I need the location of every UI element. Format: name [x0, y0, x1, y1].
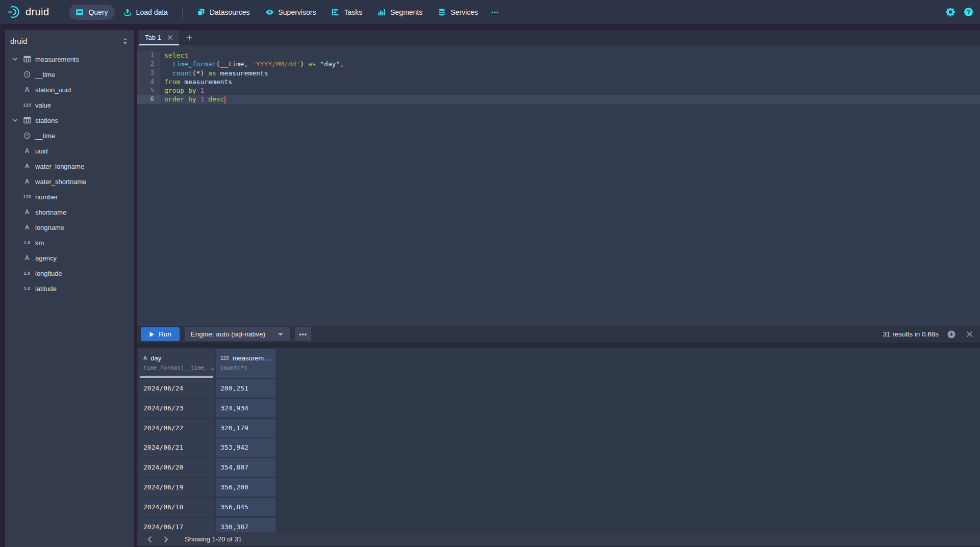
double-caret-icon [122, 38, 128, 45]
close-results-button[interactable] [966, 331, 973, 337]
nav-items: QueryLoad dataDatasourcesSupervisorsTask… [68, 5, 485, 20]
type-icon-holder: A [23, 163, 31, 170]
code-line-1[interactable]: select [137, 51, 980, 60]
tab-close-icon[interactable] [167, 35, 173, 40]
services-icon [438, 8, 446, 16]
chevron-down-icon[interactable] [12, 118, 19, 122]
number-type-icon: 123 [23, 194, 31, 199]
chevron-down-icon[interactable] [12, 57, 19, 61]
next-page-button[interactable] [159, 533, 172, 546]
column-item-agency[interactable]: Aagency [5, 250, 134, 266]
query-more-button[interactable]: ••• [295, 327, 311, 341]
cell-day[interactable]: 2024/06/23 [139, 399, 214, 418]
more-icon [491, 8, 499, 16]
column-item--time[interactable]: __time [5, 67, 134, 82]
logo-text: druid [26, 6, 49, 18]
schema-sidebar: druid measurements__timeAstation_uuid123… [5, 30, 134, 547]
results-table: A day time_format(__time, … 123 measurem… [139, 349, 275, 532]
column-item-longname[interactable]: Alongname [5, 220, 134, 235]
column-label: uuid [35, 147, 48, 155]
cell-day[interactable]: 2024/06/19 [139, 478, 214, 497]
segments-icon [378, 8, 386, 16]
column-item-water-shortname[interactable]: Awater_shortname [5, 174, 134, 189]
column-item-number[interactable]: 123number [5, 189, 134, 204]
nav-more-button[interactable] [486, 5, 504, 20]
add-tab-button[interactable] [186, 30, 193, 45]
table-row: 2024/06/17330,387 [139, 518, 275, 532]
nav-item-services[interactable]: Services [431, 5, 485, 20]
column-label: value [35, 101, 51, 109]
cell-measurements[interactable]: 353,942 [216, 438, 275, 457]
cell-day[interactable]: 2024/06/21 [139, 438, 214, 457]
column-item-longitude[interactable]: 1.0longitude [5, 266, 134, 281]
plus-icon [186, 34, 193, 41]
caret-down-icon [278, 332, 284, 336]
column-item-shortname[interactable]: Ashortname [5, 204, 134, 220]
results-pane: A day time_format(__time, … 123 measurem… [137, 348, 980, 532]
cell-day[interactable]: 2024/06/17 [139, 518, 214, 532]
schema-selector[interactable]: druid [5, 30, 134, 45]
column-expression: time_format(__time, … [143, 363, 214, 374]
cell-measurements[interactable]: 324,934 [216, 399, 275, 418]
nav-item-query[interactable]: Query [69, 5, 114, 20]
nav-item-datasources[interactable]: Datasources [190, 5, 257, 20]
tab-query-1[interactable]: Tab 1 [139, 30, 179, 45]
column-header-day[interactable]: A day time_format(__time, … [139, 349, 214, 378]
nav-item-segments[interactable]: Segments [371, 5, 429, 20]
line-number-gutter: 123456 [137, 51, 160, 104]
column-item-latitude[interactable]: 1.0latitude [5, 281, 134, 296]
druid-logo[interactable]: druid [7, 5, 49, 19]
column-item-value[interactable]: 123value [5, 97, 134, 113]
prev-page-button[interactable] [143, 533, 156, 546]
nav-item-label: Services [450, 8, 478, 16]
table-item-measurements[interactable]: measurements [5, 51, 134, 67]
supervisors-icon [265, 8, 274, 16]
column-header-measurements[interactable]: 123 measurem… count(*) [216, 349, 275, 378]
line-number: 1 [137, 51, 160, 60]
schema-name: druid [10, 37, 27, 45]
code-line-4[interactable]: from measurements [137, 77, 980, 86]
cell-day[interactable]: 2024/06/22 [139, 419, 214, 437]
cell-day[interactable]: 2024/06/18 [139, 498, 214, 516]
column-label: longitude [35, 270, 62, 277]
type-icon-holder [23, 71, 31, 78]
panel-splitter[interactable] [137, 343, 980, 348]
cell-measurements[interactable]: 356,200 [216, 478, 275, 497]
cell-day[interactable]: 2024/06/20 [139, 458, 214, 477]
code-line-2[interactable]: time_format(__time, 'YYYY/MM/dd') as "da… [137, 60, 980, 68]
table-icon [23, 117, 31, 124]
nav-item-supervisors[interactable]: Supervisors [259, 5, 323, 20]
column-item--time[interactable]: __time [5, 128, 134, 143]
help-button[interactable]: ? [964, 8, 973, 16]
cell-measurements[interactable]: 330,387 [216, 518, 275, 532]
nav-item-load-data[interactable]: Load data [117, 5, 174, 20]
code-line-6[interactable]: order by 1 desc [137, 95, 980, 103]
cell-measurements[interactable]: 356,845 [216, 498, 275, 516]
nav-item-label: Query [88, 8, 108, 16]
type-icon-holder: A [23, 86, 31, 93]
code-line-5[interactable]: group by 1 [137, 86, 980, 95]
download-results-button[interactable] [947, 330, 956, 339]
column-item-station-uuid[interactable]: Astation_uuid [5, 82, 134, 97]
nav-item-tasks[interactable]: Tasks [324, 5, 369, 20]
type-icon-holder: 1.0 [23, 240, 31, 245]
sql-editor[interactable]: select time_format(__time, 'YYYY/MM/dd')… [137, 45, 980, 326]
run-button[interactable]: Run [141, 327, 180, 341]
engine-select[interactable]: Engine: auto (sql-native) [185, 327, 290, 341]
nav-right: ? [946, 7, 973, 17]
code-line-3[interactable]: count(*) as measurements [137, 69, 980, 77]
cell-measurements[interactable]: 200,251 [216, 379, 275, 398]
cell-measurements[interactable]: 354,807 [216, 458, 275, 477]
column-item-uuid[interactable]: Auuid [5, 143, 134, 159]
column-item-km[interactable]: 1.0km [5, 235, 134, 250]
settings-button[interactable] [946, 7, 956, 17]
chevron-left-icon [147, 536, 152, 543]
column-item-water-longname[interactable]: Awater_longname [5, 159, 134, 174]
cell-day[interactable]: 2024/06/24 [139, 379, 214, 398]
column-label: number [35, 193, 58, 201]
table-item-stations[interactable]: stations [5, 113, 134, 128]
column-label: station_uuid [35, 86, 71, 94]
nav-item-label: Load data [136, 8, 168, 16]
nav-item-label: Segments [390, 8, 422, 16]
cell-measurements[interactable]: 320,179 [216, 419, 275, 437]
